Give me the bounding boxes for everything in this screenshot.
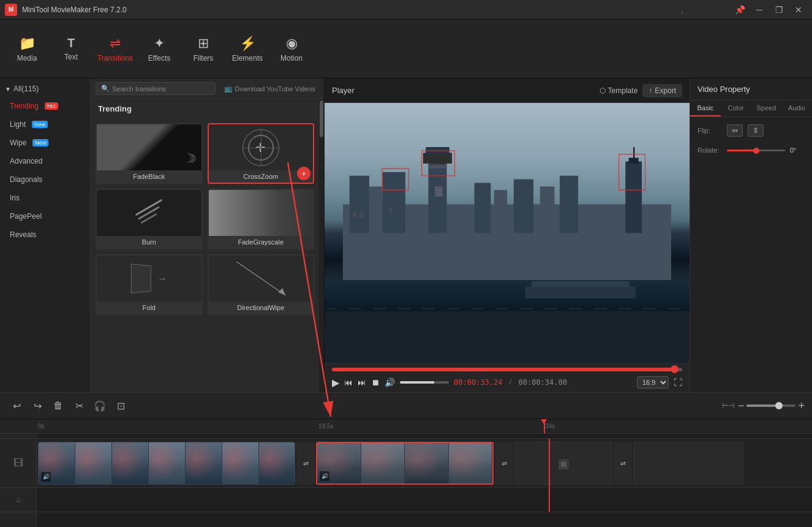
video-preview bbox=[325, 103, 690, 363]
minimize-button[interactable]: ─ bbox=[751, 4, 768, 16]
sidebar-pagepeel-label: PagePeel bbox=[10, 212, 42, 221]
transitions-scrollbar[interactable] bbox=[319, 99, 324, 392]
transition-card-fold[interactable]: → Fold bbox=[96, 254, 203, 315]
prev-frame-button[interactable]: ⏮ bbox=[344, 377, 353, 387]
delete-button[interactable]: 🗑 bbox=[49, 396, 67, 415]
transition-card-directionalwipe[interactable]: DirectionalWipe bbox=[208, 254, 315, 315]
close-button[interactable]: ✕ bbox=[790, 4, 807, 16]
volume-slider[interactable] bbox=[400, 381, 449, 384]
video-clip-1[interactable]: 🔊 bbox=[38, 442, 295, 485]
stop-button[interactable]: ⏹ bbox=[371, 377, 380, 387]
transition-card-fadeblack[interactable]: ☽ FadeBlack bbox=[96, 123, 203, 184]
video-clip-2[interactable]: 🔊 bbox=[316, 442, 494, 485]
next-frame-button[interactable]: ⏭ bbox=[358, 377, 366, 387]
toolbar-media[interactable]: 📁 Media bbox=[5, 25, 49, 74]
fold-label: Fold bbox=[97, 301, 201, 314]
sidebar-all-label: All(115) bbox=[13, 85, 39, 93]
fullscreen-button[interactable]: ⛶ bbox=[674, 377, 682, 387]
video-clip-4[interactable] bbox=[633, 442, 743, 485]
app-title: MiniTool MovieMaker Free 7.2.0 bbox=[22, 6, 731, 14]
transition-header: 🔍 Search transitions 📺 Download YouTube … bbox=[91, 78, 324, 99]
video-track-row: 🔊 ⇌ 🔊 ⇌ ▣ bbox=[37, 439, 812, 488]
audio-button[interactable]: 🎧 bbox=[91, 396, 109, 415]
transition-between-3-4[interactable]: ⇌ bbox=[614, 442, 632, 485]
transition-card-fadegrayscale[interactable]: FadeGrayscale bbox=[208, 189, 315, 249]
new-badge-light: New bbox=[32, 121, 48, 128]
sidebar-all-section[interactable]: ▼ All(115) bbox=[0, 81, 90, 97]
progress-handle[interactable] bbox=[671, 365, 679, 373]
video-track-label: 🎞 bbox=[0, 439, 36, 488]
zoom-out-button[interactable]: − bbox=[738, 400, 745, 412]
transition-between-2-3[interactable]: ⇌ bbox=[495, 442, 513, 485]
toolbar-filters[interactable]: ⊞ Filters bbox=[181, 25, 225, 74]
ruler-mark-0s: 0s bbox=[38, 423, 45, 430]
toolbar-elements[interactable]: ⚡ Elements bbox=[225, 25, 269, 74]
fadeblack-thumb: ☽ bbox=[97, 124, 201, 170]
download-icon: 📺 bbox=[224, 85, 233, 93]
sidebar-wipe-label: Wipe bbox=[10, 138, 26, 147]
sidebar-item-pagepeel[interactable]: PagePeel bbox=[0, 207, 90, 226]
tab-speed[interactable]: Speed bbox=[751, 100, 782, 116]
toolbar-effects[interactable]: ✦ Effects bbox=[137, 25, 181, 74]
pin-button[interactable]: 📌 bbox=[731, 4, 748, 16]
tab-basic[interactable]: Basic bbox=[690, 100, 721, 116]
flip-vertical-button[interactable]: ⇕ bbox=[748, 124, 764, 137]
main-area: ▼ All(115) Trending Hot Light New Wipe N… bbox=[0, 78, 812, 392]
sidebar-item-reveals[interactable]: Reveals bbox=[0, 226, 90, 244]
zoom-slider[interactable] bbox=[746, 404, 795, 407]
video-clip-3[interactable]: ▣ bbox=[514, 442, 612, 485]
fit-button[interactable]: ⊢⊣ bbox=[721, 398, 735, 413]
tab-audio[interactable]: Audio bbox=[781, 100, 812, 116]
svg-rect-3 bbox=[350, 176, 369, 233]
svg-rect-18 bbox=[633, 147, 634, 159]
cut-button[interactable]: ✂ bbox=[70, 396, 88, 415]
transition-card-burn[interactable]: Burn bbox=[96, 189, 203, 249]
zoom-in-button[interactable]: + bbox=[798, 400, 805, 412]
motion-icon: ◉ bbox=[286, 36, 298, 51]
left-panel: ▼ All(115) Trending Hot Light New Wipe N… bbox=[0, 78, 325, 392]
sidebar-advanced-label: Advanced bbox=[10, 157, 42, 165]
template-button[interactable]: ⬡ Template bbox=[600, 84, 638, 97]
bottom-toolbar: ↩ ↪ 🗑 ✂ 🎧 ⊡ ⊢⊣ − + bbox=[0, 392, 812, 419]
rotate-handle[interactable] bbox=[753, 148, 759, 154]
transition-card-crosszoom[interactable]: ✛ CrossZoom + bbox=[208, 123, 315, 184]
toolbar-transitions[interactable]: ⇌ Transitions bbox=[93, 25, 137, 74]
export-label: Export bbox=[655, 86, 676, 95]
sidebar-item-wipe[interactable]: Wipe New bbox=[0, 134, 90, 152]
scrollbar-handle[interactable] bbox=[320, 100, 323, 137]
restore-button[interactable]: ❐ bbox=[770, 4, 788, 16]
transitions-icon: ⇌ bbox=[110, 36, 121, 51]
tab-color[interactable]: Color bbox=[721, 100, 751, 116]
sidebar-item-trending[interactable]: Trending Hot bbox=[0, 97, 90, 115]
toolbar-effects-label: Effects bbox=[148, 54, 170, 63]
ratio-select[interactable]: 16:9 4:3 1:1 bbox=[637, 376, 669, 389]
progress-bar[interactable] bbox=[332, 368, 682, 371]
sidebar-iris-label: Iris bbox=[10, 194, 20, 202]
transition-scroll-area: Trending ☽ FadeBlack bbox=[91, 99, 319, 392]
sidebar-item-light[interactable]: Light New bbox=[0, 115, 90, 134]
sidebar-item-advanced[interactable]: Advanced bbox=[0, 152, 90, 170]
toolbar-elements-label: Elements bbox=[232, 54, 263, 63]
controls-row: ▶ ⏮ ⏭ ⏹ 🔊 00:00:33.24 / 00:00:34.00 16:9… bbox=[332, 376, 682, 389]
zoom-slider-handle[interactable] bbox=[775, 402, 783, 409]
undo-button[interactable]: ↩ bbox=[7, 396, 26, 415]
sidebar-item-iris[interactable]: Iris bbox=[0, 189, 90, 207]
add-transition-button[interactable]: + bbox=[297, 167, 310, 180]
main-toolbar: 📁 Media T Text ⇌ Transitions ✦ Effects ⊞… bbox=[0, 20, 812, 78]
crop-button[interactable]: ⊡ bbox=[111, 396, 130, 415]
boat bbox=[525, 286, 636, 298]
playhead-triangle bbox=[541, 419, 547, 424]
transition-between-1-2[interactable]: ⇌ bbox=[296, 442, 315, 485]
volume-button[interactable]: 🔊 bbox=[385, 377, 395, 387]
rotate-slider[interactable] bbox=[727, 150, 785, 151]
film-icon: 🎞 bbox=[13, 458, 23, 469]
sidebar-item-diagonals[interactable]: Diagonals bbox=[0, 170, 90, 189]
redo-button[interactable]: ↪ bbox=[28, 396, 47, 415]
play-button[interactable]: ▶ bbox=[332, 377, 339, 389]
export-button[interactable]: ↑ Export bbox=[642, 84, 682, 97]
toolbar-text[interactable]: T Text bbox=[49, 25, 93, 74]
toolbar-motion[interactable]: ◉ Motion bbox=[269, 25, 314, 74]
search-box[interactable]: 🔍 Search transitions bbox=[96, 82, 216, 95]
flip-horizontal-button[interactable]: ⇔ bbox=[727, 124, 743, 137]
download-button[interactable]: 📺 Download YouTube Videos bbox=[220, 83, 320, 94]
